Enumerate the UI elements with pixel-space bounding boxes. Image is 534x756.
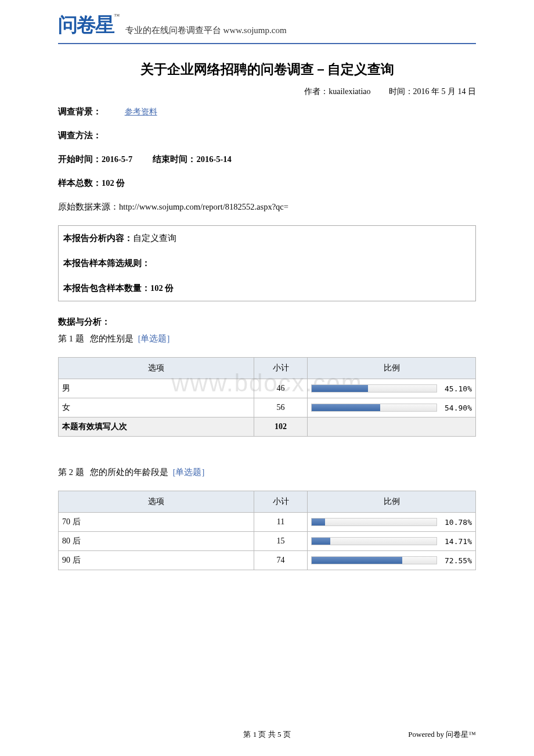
source-row: 原始数据来源：http://www.sojump.com/report/8182…	[58, 201, 476, 213]
start-label: 开始时间：	[58, 154, 102, 164]
table-row: 男4645.10%	[59, 379, 476, 398]
count-cell: 74	[254, 551, 308, 570]
author-label: 作者：	[304, 87, 329, 96]
source-value: http://www.sojump.com/report/8182552.asp…	[119, 202, 288, 211]
option-cell: 90 后	[59, 551, 254, 570]
q1-table: 选项 小计 比例 男4645.10%女5654.90%本题有效填写人次102	[58, 357, 476, 437]
col-subtotal: 小计	[254, 491, 308, 513]
q1-title: 第 1 题 您的性别是 [单选题]	[58, 333, 476, 344]
sample-label: 样本总数：	[58, 178, 102, 188]
logo-text: 问卷星	[58, 12, 114, 38]
total-empty	[308, 417, 476, 437]
count-cell: 15	[254, 532, 308, 551]
source-label: 原始数据来源：	[58, 202, 119, 211]
logo-trademark: ™	[114, 13, 120, 19]
analysis-count-row: 本报告包含样本数量：102 份	[59, 276, 475, 301]
ratio-cell: 14.71%	[308, 532, 476, 551]
total-value: 102	[254, 417, 308, 437]
meta-line: 作者：kuailexiatiao 时间：2016 年 5 月 14 日	[58, 87, 476, 97]
table-row: 80 后1514.71%	[59, 532, 476, 551]
page-number: 第 1 页 共 5 页	[243, 729, 290, 740]
option-cell: 80 后	[59, 532, 254, 551]
col-ratio: 比例	[308, 358, 476, 379]
col-ratio: 比例	[308, 491, 476, 513]
q2-prefix: 第 2 题	[58, 467, 84, 477]
analysis-count-value: 102 份	[150, 283, 174, 293]
end-value: 2016-5-14	[196, 154, 231, 164]
q2-title: 第 2 题 您的所处的年龄段是 [单选题]	[58, 467, 476, 478]
method-label: 调查方法：	[58, 131, 102, 140]
ratio-cell: 72.55%	[308, 551, 476, 570]
count-cell: 46	[254, 379, 308, 398]
analysis-filter-row: 本报告样本筛选规则：	[59, 251, 475, 276]
background-row: 调查背景： 参考资料	[58, 106, 476, 117]
q1-tag: [单选题]	[138, 334, 170, 343]
document-title: 关于企业网络招聘的问卷调查－自定义查询	[58, 60, 476, 78]
analysis-count-label: 本报告包含样本数量：	[63, 283, 150, 293]
q2-text: 您的所处的年龄段是	[90, 467, 168, 477]
reference-link[interactable]: 参考资料	[125, 107, 157, 116]
data-analysis-header: 数据与分析：	[58, 316, 476, 327]
analysis-box: 本报告分析内容：自定义查询 本报告样本筛选规则： 本报告包含样本数量：102 份	[58, 225, 476, 301]
page-footer: 第 1 页 共 5 页 Powered by 问卷星™	[58, 729, 476, 740]
table-row: 70 后1110.78%	[59, 513, 476, 532]
end-label: 结束时间：	[153, 154, 196, 164]
powered-by: Powered by 问卷星™	[408, 729, 476, 740]
tagline: 专业的在线问卷调查平台 www.sojump.com	[125, 25, 287, 38]
method-row: 调查方法：	[58, 130, 476, 141]
col-subtotal: 小计	[254, 358, 308, 379]
ratio-cell: 54.90%	[308, 398, 476, 417]
table-row: 90 后7472.55%	[59, 551, 476, 570]
time-label: 时间：	[389, 87, 413, 96]
document-header: 问卷星 ™ 专业的在线问卷调查平台 www.sojump.com	[58, 12, 476, 44]
count-cell: 11	[254, 513, 308, 532]
logo: 问卷星 ™	[58, 12, 120, 38]
col-option: 选项	[59, 491, 254, 513]
q2-tag: [单选题]	[173, 467, 205, 477]
option-cell: 70 后	[59, 513, 254, 532]
sample-value: 102 份	[102, 178, 125, 188]
count-cell: 56	[254, 398, 308, 417]
background-label: 调查背景：	[58, 107, 102, 116]
ratio-cell: 10.78%	[308, 513, 476, 532]
author-value: kuailexiatiao	[329, 87, 370, 96]
analysis-content-row: 本报告分析内容：自定义查询	[59, 226, 475, 251]
analysis-content-label: 本报告分析内容：	[63, 233, 133, 243]
time-value: 2016 年 5 月 14 日	[413, 87, 477, 96]
q2-table: 选项 小计 比例 70 后1110.78%80 后1514.71%90 后747…	[58, 491, 476, 570]
q1-prefix: 第 1 题	[58, 334, 84, 343]
analysis-filter-label: 本报告样本筛选规则：	[63, 258, 150, 268]
table-row: 女5654.90%	[59, 398, 476, 417]
sample-row: 样本总数：102 份	[58, 178, 476, 189]
dates-row: 开始时间：2016-5-7 结束时间：2016-5-14	[58, 154, 476, 165]
col-option: 选项	[59, 358, 254, 379]
q1-text: 您的性别是	[90, 334, 134, 343]
ratio-cell: 45.10%	[308, 379, 476, 398]
option-cell: 男	[59, 379, 254, 398]
option-cell: 女	[59, 398, 254, 417]
total-row: 本题有效填写人次102	[59, 417, 476, 437]
analysis-content-value: 自定义查询	[133, 233, 176, 243]
total-label: 本题有效填写人次	[59, 417, 254, 437]
start-value: 2016-5-7	[102, 154, 132, 164]
page-container: www.bdocx.com 问卷星 ™ 专业的在线问卷调查平台 www.soju…	[0, 0, 534, 756]
